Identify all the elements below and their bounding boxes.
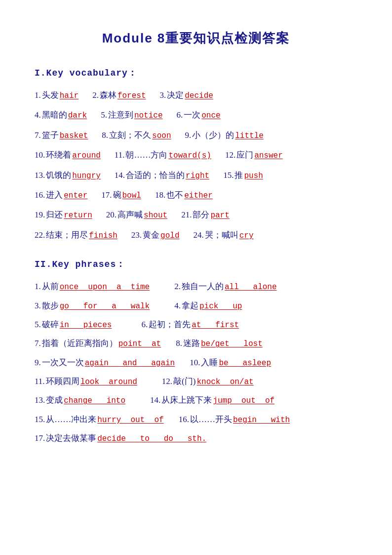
vocab-item-2: 2.森林 forest [92, 87, 146, 103]
phrase-item-11: 11. 环顾四周 look around [35, 374, 137, 389]
phrase-item-17: 17. 决定去做某事 decide to do sth. [35, 430, 206, 446]
vocab-item-1: 1.头发 hair [35, 87, 78, 103]
section1-title: I.Key vocabulary： [35, 67, 357, 79]
phrase-item-9: 9. 一次又一次 again and again [35, 355, 175, 371]
phrase-row-6: 11. 环顾四周 look around 12. 敲(门) knock on/a… [35, 374, 357, 389]
vocab-item-5: 5.注意到notice [101, 107, 162, 123]
phrase-item-4: 4. 拿起 pick up [174, 298, 242, 314]
vocab-row-1: 1.头发 hair 2.森林 forest 3.决定 decide [35, 87, 357, 103]
vocab-item-11: 11.朝……方向toward(s) [115, 147, 211, 163]
phrase-row-8: 15. 从……冲出来 hurry out of 16. 以……开头 begin … [35, 412, 357, 427]
vocab-item-23: 23.黄金gold [131, 227, 180, 243]
vocab-item-7: 7.篮子basket [35, 128, 88, 143]
phrase-row-1: 1. 从前 once upon a time 2. 独自一人的 all alon… [35, 279, 357, 295]
phrase-item-14: 14. 从床上跳下来 jump out of [150, 392, 274, 408]
section-phrases: II.Key phrases： 1. 从前 once upon a time 2… [35, 258, 357, 447]
vocab-row-8: 22.结束；用尽finish 23.黄金gold 24.哭；喊叫cry [35, 227, 357, 243]
phrase-item-16: 16. 以……开头 begin with [179, 412, 290, 427]
phrase-row-7: 13. 变成 change into 14. 从床上跳下来 jump out o… [35, 392, 357, 408]
phrase-row-9: 17. 决定去做某事 decide to do sth. [35, 430, 357, 446]
phrase-row-5: 9. 一次又一次 again and again 10. 入睡 be aslee… [35, 355, 357, 371]
vocab-row-4: 10.环绕着around 11.朝……方向toward(s) 12.应门answ… [35, 147, 357, 163]
vocab-item-22: 22.结束；用尽finish [35, 227, 118, 243]
vocab-row-5: 13.饥饿的hungry 14.合适的；恰当的right 15.推push [35, 168, 357, 183]
phrase-item-1: 1. 从前 once upon a time [35, 279, 150, 295]
vocab-item-24: 24.哭；喊叫cry [194, 227, 254, 243]
vocab-item-10: 10.环绕着around [35, 147, 101, 163]
vocab-item-14: 14.合适的；恰当的right [115, 168, 209, 183]
vocab-item-9: 9.小（少）的little [185, 128, 264, 143]
page-title: Module 8重要知识点检测答案 [35, 30, 357, 47]
vocab-item-18: 18.也不either [155, 187, 213, 203]
phrase-item-13: 13. 变成 change into [35, 392, 125, 408]
phrase-item-6: 6. 起初；首先 at first [141, 317, 239, 333]
phrase-item-12: 12. 敲(门) knock on/at [162, 374, 254, 389]
phrase-item-10: 10. 入睡 be asleep [190, 355, 271, 371]
vocab-item-19: 19.归还return [35, 207, 92, 223]
section2-title: II.Key phrases： [35, 258, 357, 270]
vocab-item-20: 20.高声喊 shout [106, 207, 167, 223]
vocab-item-16: 16.进入enter [35, 187, 87, 203]
phrase-item-2: 2. 独自一人的 all alone [174, 279, 276, 295]
vocab-item-13: 13.饥饿的hungry [35, 168, 101, 183]
vocab-item-15: 15.推push [223, 168, 263, 183]
phrase-item-7: 7. 指着（近距离指向） point at [35, 336, 161, 351]
vocab-item-4: 4.黑暗的dark [35, 107, 87, 123]
phrase-item-5: 5. 破碎 in pieces [35, 317, 112, 333]
vocab-item-8: 8.立刻；不久soon [102, 128, 171, 143]
phrase-item-3: 3. 散步 go for a walk [35, 298, 150, 314]
vocab-item-21: 21.部分part [181, 207, 230, 223]
vocab-item-17: 17.碗 bowl [101, 187, 141, 203]
phrase-item-8: 8. 迷路 be/get lost [176, 336, 263, 351]
phrase-row-2: 3. 散步 go for a walk 4. 拿起 pick up [35, 298, 357, 314]
phrase-row-4: 7. 指着（近距离指向） point at 8. 迷路 be/get lost [35, 336, 357, 351]
vocab-item-6: 6.一次once [177, 107, 221, 123]
vocab-row-7: 19.归还return 20.高声喊 shout 21.部分part [35, 207, 357, 223]
phrase-row-3: 5. 破碎 in pieces 6. 起初；首先 at first [35, 317, 357, 333]
section-vocabulary: I.Key vocabulary： 1.头发 hair 2.森林 forest … [35, 67, 357, 243]
vocab-row-6: 16.进入enter 17.碗 bowl 18.也不either [35, 187, 357, 203]
vocab-item-3: 3.决定 decide [160, 87, 213, 103]
phrase-item-15: 15. 从……冲出来 hurry out of [35, 412, 164, 427]
vocab-row-2: 4.黑暗的dark 5.注意到notice 6.一次once [35, 107, 357, 123]
vocab-item-12: 12.应门answer [225, 147, 283, 163]
vocab-row-3: 7.篮子basket 8.立刻；不久soon 9.小（少）的little [35, 128, 357, 143]
